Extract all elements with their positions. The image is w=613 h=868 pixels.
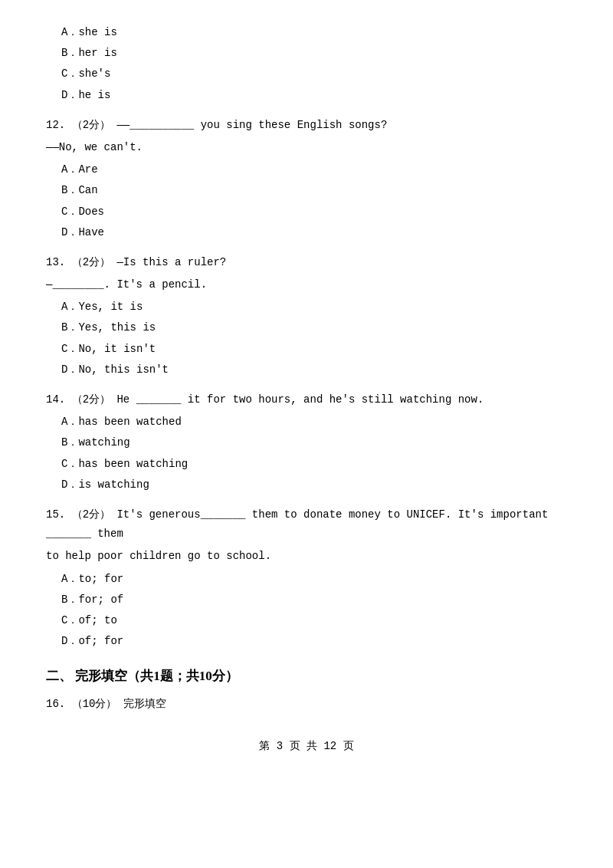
q12-option-c: C．Does <box>61 202 567 222</box>
question-15: 15. （2分） It's generous_______ them to do… <box>46 505 567 544</box>
question-13: 13. （2分） —Is this a ruler? <box>46 253 567 272</box>
q12-option-b: B．Can <box>61 181 567 200</box>
option-c-shes: C．she's <box>61 64 567 84</box>
q15-text2: to help poor children go to school. <box>46 547 567 566</box>
q13-response: —________. It's a pencil. <box>46 275 567 294</box>
q14-number: 14. <box>46 393 65 406</box>
option-d-he-is: D．he is <box>61 86 567 105</box>
q15-text1: It's generous_______ them to donate mone… <box>46 508 548 540</box>
q13-option-d: D．No, this isn't <box>61 360 567 380</box>
question-16: 16. （10分） 完形填空 <box>46 695 567 714</box>
q16-number: 16. <box>46 698 65 710</box>
q13-number: 13. <box>46 256 65 268</box>
page-footer: 第 3 页 共 12 页 <box>46 737 567 756</box>
q12-text: ——__________ you sing these English song… <box>116 119 387 131</box>
q13-text: —Is this a ruler? <box>116 256 226 268</box>
q12-response: ——No, we can't. <box>46 138 567 157</box>
option-a-she-is: A．she is <box>61 23 567 42</box>
q16-points: （10分） <box>72 698 117 710</box>
q13-option-b: B．Yes, this is <box>61 318 567 337</box>
q15-option-d: D．of; for <box>61 632 567 651</box>
q14-points: （2分） <box>72 393 110 406</box>
q13-points: （2分） <box>72 256 110 268</box>
q14-option-d: D．is watching <box>61 475 567 495</box>
q12-option-a: A．Are <box>61 160 567 179</box>
q12-points: （2分） <box>72 119 110 131</box>
q15-option-b: B．for; of <box>61 590 567 610</box>
q13-option-c: C．No, it isn't <box>61 340 567 359</box>
section-2-title: 二、 完形填空（共1题；共10分） <box>46 665 567 689</box>
question-12: 12. （2分） ——__________ you sing these Eng… <box>46 116 567 135</box>
q14-option-c: C．has been watching <box>61 455 567 474</box>
q12-number: 12. <box>46 119 65 131</box>
q16-text: 完形填空 <box>123 698 166 710</box>
q14-option-b: B．watching <box>61 433 567 452</box>
q15-option-a: A．to; for <box>61 570 567 589</box>
q13-option-a: A．Yes, it is <box>61 298 567 317</box>
q14-option-a: A．has been watched <box>61 413 567 432</box>
q12-option-d: D．Have <box>61 223 567 242</box>
q15-number: 15. <box>46 508 65 521</box>
q14-text: He _______ it for two hours, and he's st… <box>116 393 484 406</box>
q15-points: （2分） <box>72 508 110 521</box>
option-b-her-is: B．her is <box>61 44 567 63</box>
q15-option-c: C．of; to <box>61 611 567 630</box>
question-14: 14. （2分） He _______ it for two hours, an… <box>46 390 567 409</box>
